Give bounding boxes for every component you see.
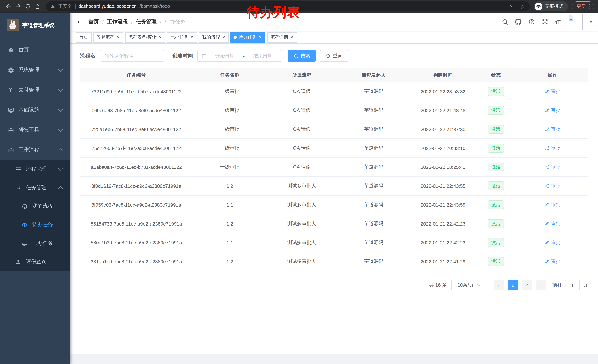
browser-forward-icon[interactable]: [13, 1, 23, 11]
cell-name: 一级审批: [193, 82, 267, 101]
tab-close-icon[interactable]: ×: [158, 35, 162, 40]
cell-status: 激活: [475, 82, 517, 101]
github-icon[interactable]: [515, 18, 522, 25]
eye-icon: [21, 221, 28, 228]
sidebar-item-home[interactable]: 首页: [0, 40, 70, 60]
chevron-up-icon: [58, 148, 63, 153]
fullscreen-icon[interactable]: [541, 18, 548, 25]
sidebar-item-label: 系统管理: [18, 67, 39, 73]
approve-link[interactable]: 审批: [544, 202, 560, 208]
date-range-separator: -: [243, 53, 245, 59]
flow-icon: [15, 184, 22, 191]
sidebar-item-payment[interactable]: ¥支付管理: [0, 80, 70, 100]
sidebar-item-devtools[interactable]: 研发工具: [0, 120, 70, 140]
browser-reload-icon[interactable]: [23, 1, 33, 11]
edit-pencil-icon: [544, 240, 549, 245]
browser-update-button[interactable]: 更新: [572, 1, 594, 11]
address-bar[interactable]: 不安全 dashboard.yudao.iocoder.cn/bpm/task/…: [46, 1, 530, 11]
browser-menu-icon[interactable]: [589, 4, 590, 9]
tab-close-icon[interactable]: ×: [222, 35, 225, 40]
breadcrumb-item[interactable]: 任务管理: [136, 18, 157, 25]
approve-link[interactable]: 审批: [544, 239, 560, 246]
cell-created: 2022-01-21 22:43:55: [411, 177, 475, 195]
sidebar-item-infra[interactable]: 基础设施: [0, 100, 70, 120]
tab-已办任务[interactable]: 已办任务×: [167, 32, 197, 42]
sidebar-item-system[interactable]: 系统管理: [0, 60, 70, 80]
sidebar-item-label: 已办任务: [32, 240, 53, 247]
reset-button[interactable]: 重置: [320, 50, 348, 62]
sidebar-item-leave-query[interactable]: 请假查询: [0, 252, 70, 271]
edit-pencil-icon: [544, 89, 549, 94]
status-badge: 激活: [488, 219, 504, 228]
edit-pencil-icon: [544, 202, 549, 207]
tab-我的流程[interactable]: 我的流程×: [199, 32, 229, 42]
tab-close-icon[interactable]: ×: [290, 35, 294, 40]
avatar-dropdown-caret-icon[interactable]: [589, 21, 593, 23]
approve-link[interactable]: 审批: [544, 145, 560, 152]
sidebar-item-process-mgmt[interactable]: 流程管理: [0, 160, 70, 178]
sidebar-logo-row: 芋道管理系统: [0, 15, 70, 36]
approve-link[interactable]: 审批: [544, 258, 560, 265]
tab-close-icon[interactable]: ×: [116, 35, 120, 40]
cell-created: 2022-01-22 21:37:30: [411, 120, 475, 139]
column-header: 创建时间: [411, 68, 475, 82]
cell-action: 审批: [516, 214, 588, 233]
page-button-1[interactable]: 1: [507, 280, 518, 290]
cell-process: 测试多审批人: [267, 233, 336, 252]
cell-name: 一级审批: [193, 158, 267, 177]
tab-流程详情[interactable]: 流程详情×: [267, 32, 297, 42]
cell-initiator: 芋道源码: [336, 82, 411, 101]
sidebar-collapse-icon[interactable]: [70, 18, 89, 25]
approve-link[interactable]: 审批: [544, 107, 560, 114]
cell-name: 一级审批: [193, 139, 267, 158]
approve-link[interactable]: 审批: [544, 88, 560, 95]
bookmark-star-icon[interactable]: ☆: [520, 4, 525, 9]
prev-page-button[interactable]: ‹: [493, 280, 504, 290]
task-table: 任务编号任务名称所属流程流程发起人创建时间状态操作 73211d9d-7b9b-…: [80, 68, 588, 271]
font-size-icon[interactable]: тT: [555, 19, 560, 25]
tab-close-icon[interactable]: ×: [190, 35, 194, 40]
browser-home-icon[interactable]: [33, 1, 42, 11]
sidebar-item-task-mgmt[interactable]: 任务管理: [0, 178, 70, 197]
search-button[interactable]: 搜索: [288, 50, 316, 62]
sidebar-item-todo-task[interactable]: 待办任务: [0, 216, 70, 234]
incognito-badge: 无痕模式: [533, 1, 568, 11]
breadcrumb-item[interactable]: 首页: [89, 18, 99, 25]
sidebar-item-workflow[interactable]: 工作流程: [0, 140, 70, 160]
cell-created: 2022-01-21 22:41:29: [411, 252, 475, 271]
tab-流程表单-编辑[interactable]: 流程表单-编辑×: [125, 32, 165, 42]
goto-page-input[interactable]: [565, 280, 580, 290]
status-badge: 激活: [488, 125, 504, 134]
breadcrumb-item[interactable]: 工作流程: [107, 18, 128, 25]
tab-close-icon[interactable]: ×: [258, 35, 262, 40]
next-page-button[interactable]: ›: [536, 280, 546, 290]
cell-created: 2022-01-22 23:53:32: [411, 82, 475, 101]
help-icon[interactable]: [528, 18, 535, 25]
tab-首页[interactable]: 首页: [76, 32, 91, 42]
edit-pencil-icon: [544, 165, 549, 170]
approve-link[interactable]: 审批: [544, 220, 560, 227]
cell-status: 激活: [475, 214, 517, 233]
date-range-picker[interactable]: 开始日期 - 结束日期: [198, 50, 282, 62]
approve-link[interactable]: 审批: [544, 164, 560, 170]
column-header: 流程发起人: [336, 68, 411, 82]
search-icon[interactable]: [501, 18, 508, 25]
approve-link[interactable]: 审批: [544, 183, 560, 189]
page-button-2[interactable]: 2: [522, 280, 532, 290]
sidebar-menu: 首页系统管理¥支付管理基础设施研发工具工作流程流程管理任务管理我的流程待办任务已…: [0, 40, 70, 271]
sidebar-item-my-process[interactable]: 我的流程: [0, 197, 70, 216]
page-size-select[interactable]: 10条/页: [451, 280, 486, 290]
sidebar-item-done-task[interactable]: 已办任务: [0, 234, 70, 252]
cell-action: 审批: [516, 120, 588, 139]
tab-发起流程[interactable]: 发起流程×: [93, 32, 123, 42]
avatar[interactable]: [566, 14, 583, 30]
cell-process: OA 请假: [267, 120, 336, 139]
table-row: 58154733-7ac8-11ec-a9e2-a2380e71991a1.2测…: [80, 214, 588, 233]
tab-待办任务[interactable]: 待办任务×: [231, 32, 265, 42]
approve-link[interactable]: 审批: [544, 126, 560, 133]
process-name-input[interactable]: [100, 50, 164, 62]
browser-back-icon[interactable]: [4, 1, 13, 11]
password-key-icon[interactable]: [509, 3, 515, 10]
security-label: 不安全: [58, 3, 72, 9]
tab-label: 发起流程: [97, 34, 115, 40]
